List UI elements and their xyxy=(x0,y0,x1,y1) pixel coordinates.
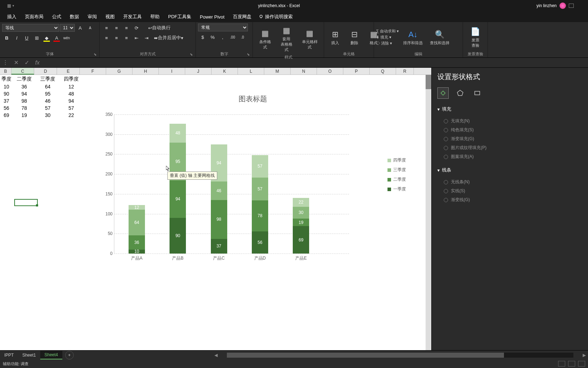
align-top-icon[interactable]: ≡ xyxy=(102,24,111,32)
cell[interactable]: 98 xyxy=(13,98,36,104)
col-header-n[interactable]: N xyxy=(291,68,317,75)
vertical-scrollbar[interactable] xyxy=(426,75,431,350)
embedded-chart[interactable]: 图表标题 05010015020025030035012643610产品A489… xyxy=(85,86,420,349)
bar-segment[interactable]: 56 xyxy=(252,231,268,254)
tab-scroll-right-icon[interactable]: ▶ xyxy=(581,353,588,358)
col-header-g[interactable]: G xyxy=(106,68,132,75)
fill-option-pattern[interactable]: 图案填充(A) xyxy=(437,152,582,161)
bar-group[interactable]: 12643610产品A xyxy=(129,205,145,254)
align-right-icon[interactable]: ≡ xyxy=(122,34,131,42)
cell[interactable]: 二季度 xyxy=(13,76,36,83)
bar-segment[interactable]: 57 xyxy=(252,155,268,178)
align-middle-icon[interactable]: ≡ xyxy=(112,24,121,32)
menu-baidu[interactable]: 百度网盘 xyxy=(229,11,256,22)
bar-segment[interactable]: 57 xyxy=(252,178,268,200)
menu-dev[interactable]: 开发工具 xyxy=(119,11,146,22)
cell[interactable]: 56 xyxy=(1,105,12,111)
cell[interactable]: 12 xyxy=(60,83,83,90)
chart-title[interactable]: 图表标题 xyxy=(85,94,420,104)
bar-group[interactable]: 48959490产品B xyxy=(170,124,186,254)
col-header-r[interactable]: R xyxy=(396,68,414,75)
bar-group[interactable]: 57577856产品D xyxy=(252,155,268,254)
percent-icon[interactable]: % xyxy=(208,33,217,41)
col-header-d[interactable]: D xyxy=(34,68,57,75)
align-left-icon[interactable]: ≡ xyxy=(102,34,111,42)
scrollbar-thumb[interactable] xyxy=(227,353,504,358)
save-icon[interactable]: ▦ xyxy=(7,3,11,8)
italic-button[interactable]: I xyxy=(12,34,21,42)
font-name-select[interactable]: 等线 xyxy=(2,24,59,32)
increase-font-icon[interactable]: A xyxy=(76,24,85,32)
cell[interactable]: 四季度 xyxy=(60,76,83,83)
bar-segment[interactable]: 69 xyxy=(293,226,309,254)
cell[interactable]: 90 xyxy=(1,91,12,97)
line-option-gradient[interactable]: 渐变线(G) xyxy=(437,195,582,204)
cell[interactable]: 94 xyxy=(60,98,83,104)
phonetic-button[interactable]: wén xyxy=(62,34,71,42)
cell[interactable]: 37 xyxy=(1,98,12,104)
col-header-h[interactable]: H xyxy=(132,68,159,75)
delete-cells-button[interactable]: ⊟删除 xyxy=(345,24,363,51)
cell[interactable]: 95 xyxy=(36,91,59,97)
cell[interactable]: 季度 xyxy=(1,76,12,83)
fill-section-header[interactable]: ▾填充 xyxy=(437,106,582,112)
cancel-icon[interactable]: ✕ xyxy=(11,59,21,66)
bar-segment[interactable]: 64 xyxy=(129,210,145,235)
menu-review[interactable]: 审阅 xyxy=(83,11,101,22)
sheet-tab[interactable]: Sheet1 xyxy=(18,351,40,359)
menu-layout[interactable]: 页面布局 xyxy=(21,11,48,22)
panel-tab-fill[interactable] xyxy=(437,87,449,99)
add-sheet-button[interactable]: + xyxy=(65,351,74,359)
fill-button[interactable]: ⬇ 填充 ▾ xyxy=(376,35,399,40)
col-header-o[interactable]: O xyxy=(317,68,343,75)
cell[interactable]: 30 xyxy=(36,112,59,118)
menu-insert[interactable]: 插入 xyxy=(3,11,21,22)
horizontal-scrollbar[interactable] xyxy=(227,353,573,358)
dropdown-icon[interactable]: ▾ xyxy=(12,4,14,7)
cell[interactable]: 57 xyxy=(60,105,83,111)
bar-segment[interactable]: 37 xyxy=(211,239,227,254)
worksheet-area[interactable]: B C D E F G H I J K L M N O P Q R 季度 二季度… xyxy=(0,68,431,350)
col-header-e[interactable]: E xyxy=(57,68,80,75)
wrap-text-button[interactable]: ↩ 自动换行 xyxy=(146,24,173,32)
cell[interactable]: 69 xyxy=(1,112,12,118)
col-header-b[interactable]: B xyxy=(0,68,11,75)
namebox-dropdown-icon[interactable]: ⋮ xyxy=(0,59,11,66)
table-format-button[interactable]: ▦套用 表格格式 xyxy=(276,24,296,54)
window-restore-icon[interactable] xyxy=(569,4,574,8)
cell-style-button[interactable]: ▦单元格样式 xyxy=(298,24,322,54)
find-select-button[interactable]: 🔍查找和选择 xyxy=(427,27,452,47)
cell[interactable]: 64 xyxy=(36,83,59,90)
cell[interactable]: 19 xyxy=(13,112,36,118)
col-header-f[interactable]: F xyxy=(80,68,106,75)
legend-item[interactable]: 一季度 xyxy=(387,186,406,192)
number-launcher-icon[interactable]: ⬊ xyxy=(247,52,251,57)
fx-icon[interactable]: fx xyxy=(32,60,43,66)
cell[interactable]: 46 xyxy=(36,98,59,104)
decrease-decimal-icon[interactable]: .0 xyxy=(238,33,247,41)
enter-icon[interactable]: ✓ xyxy=(21,59,32,66)
bar-segment[interactable]: 10 xyxy=(129,250,145,254)
fill-option-solid[interactable]: 纯色填充(S) xyxy=(437,126,582,134)
view-normal-icon[interactable] xyxy=(558,361,565,367)
col-header-l[interactable]: L xyxy=(238,68,264,75)
font-launcher-icon[interactable]: ⬊ xyxy=(94,52,98,57)
fill-option-picture[interactable]: 图片或纹理填充(P) xyxy=(437,143,582,152)
decrease-font-icon[interactable]: A xyxy=(85,24,95,32)
col-header-p[interactable]: P xyxy=(343,68,370,75)
cell[interactable]: 22 xyxy=(60,112,83,118)
bar-segment[interactable]: 36 xyxy=(129,235,145,250)
menu-pdf[interactable]: PDF工具集 xyxy=(164,11,196,22)
invoice-check-button[interactable]: 📄发票 查验 xyxy=(467,25,484,50)
align-bottom-icon[interactable]: ≡ xyxy=(122,24,131,32)
indent-inc-icon[interactable]: ⇥ xyxy=(142,34,151,42)
indent-dec-icon[interactable]: ⇤ xyxy=(132,34,141,42)
clear-button[interactable]: ◇ 清除 ▾ xyxy=(376,41,399,46)
menu-powerpivot[interactable]: Power Pivot xyxy=(196,12,229,22)
bar-segment[interactable]: 48 xyxy=(170,124,186,143)
bar-segment[interactable]: 22 xyxy=(293,198,309,207)
increase-decimal-icon[interactable]: .00 xyxy=(228,33,237,41)
sort-filter-button[interactable]: A↓排序和筛选 xyxy=(400,27,426,47)
line-option-none[interactable]: 无线条(N) xyxy=(437,178,582,186)
bar-segment[interactable]: 19 xyxy=(293,219,309,226)
